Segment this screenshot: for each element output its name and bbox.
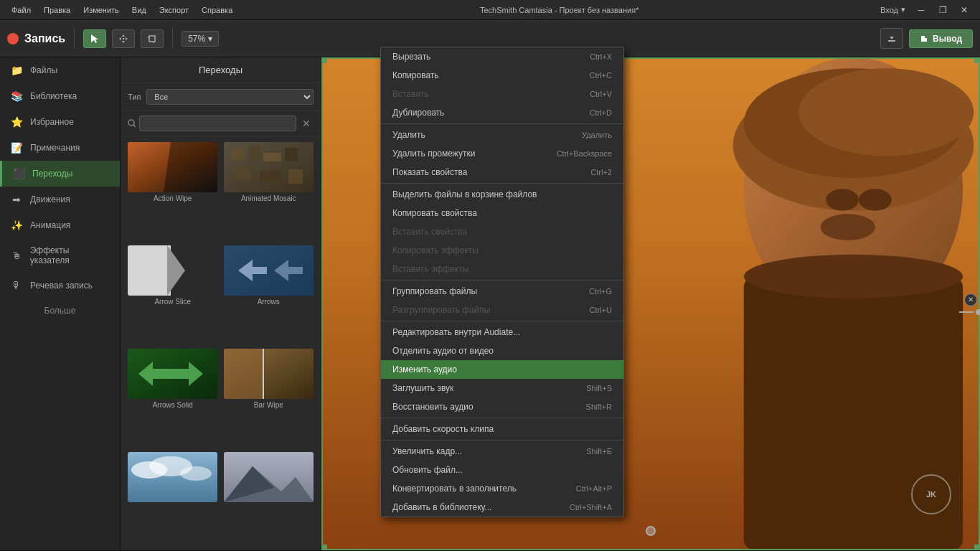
ctx-enlarge-frame[interactable]: Увеличить кадр... Shift+E	[381, 442, 623, 461]
transition-item-arrows[interactable]: Arrows	[222, 245, 316, 346]
type-select[interactable]: Все	[146, 89, 314, 105]
transition-item-arrows-solid[interactable]: Arrows Solid	[126, 349, 220, 449]
menu-export[interactable]: Экспорт	[154, 4, 194, 16]
ctx-copy-label: Копировать	[392, 70, 439, 80]
favorites-icon: ⭐	[10, 116, 23, 128]
transition-item-bar-wipe[interactable]: Bar Wipe	[222, 349, 316, 449]
ctx-select-bin[interactable]: Выделить файлы в корзине файлов	[381, 185, 623, 204]
sidebar-label-favorites: Избранное	[30, 117, 74, 127]
menu-change[interactable]: Изменить	[77, 4, 125, 16]
context-menu: Вырезать Ctrl+X Копировать Ctrl+C Встави…	[380, 47, 624, 517]
ctx-edit-audio[interactable]: Изменить аудио	[381, 360, 623, 379]
ctx-sep1	[381, 123, 623, 124]
ctx-sep6	[381, 440, 623, 441]
transition-item-action-wipe[interactable]: Action Wipe	[126, 142, 220, 242]
transitions-panel: Переходы Тип Все ✕ Action Wipe	[121, 57, 321, 550]
ctx-delete-gaps[interactable]: Удалить промежутки Ctrl+Backspace	[381, 144, 623, 163]
ctx-restore-audio[interactable]: Восстановить аудио Shift+R	[381, 397, 623, 416]
transitions-icon: ⬛	[12, 168, 25, 179]
minimize-button[interactable]: ─	[911, 2, 931, 18]
ctx-delete-shortcut: Удалить	[582, 131, 612, 139]
sidebar-label-files: Файлы	[30, 65, 57, 75]
separator2	[172, 28, 173, 50]
maximize-button[interactable]: ❐	[933, 2, 953, 18]
handle-bl[interactable]	[321, 545, 327, 550]
left-sidebar: 📁 Файлы 📚 Библиотека ⭐ Избранное 📝 Приме…	[0, 57, 121, 550]
sidebar-item-animation[interactable]: ✨ Анимация	[0, 212, 120, 238]
ctx-add-speed[interactable]: Добавить скорость клипа	[381, 420, 623, 438]
ctx-show-props-shortcut: Ctrl+2	[590, 168, 612, 176]
ctx-group[interactable]: Группировать файлы Ctrl+G	[381, 282, 623, 301]
ctx-paste-effects-label: Вставить эффекты	[392, 264, 468, 274]
titlebar: Файл Правка Изменить Вид Экспорт Справка…	[0, 0, 980, 20]
ctx-convert-placeholder-shortcut: Ctrl+Alt+P	[576, 484, 612, 493]
record-indicator	[7, 33, 19, 44]
ctx-mute[interactable]: Заглушить звук Shift+S	[381, 379, 623, 397]
ctx-edit-audio-label: Изменить аудио	[392, 364, 457, 375]
sidebar-label-movements: Движения	[30, 194, 70, 204]
ctx-update-file-label: Обновить файл...	[392, 465, 463, 475]
record-label[interactable]: Запись	[24, 32, 65, 45]
transition-item-generic1[interactable]	[126, 452, 220, 545]
ctx-convert-placeholder[interactable]: Конвертировать в заполнитель Ctrl+Alt+P	[381, 479, 623, 498]
ctx-cut[interactable]: Вырезать Ctrl+X	[381, 47, 623, 66]
close-button[interactable]: ✕	[954, 2, 974, 18]
zoom-control[interactable]: 57% ▾	[182, 31, 219, 47]
user-login[interactable]: Вход	[880, 6, 898, 14]
search-input[interactable]	[139, 116, 296, 131]
close-handle[interactable]: ✕	[964, 293, 977, 306]
ctx-paste-props: Вставить свойства	[381, 222, 623, 241]
ctx-delete[interactable]: Удалить Удалить	[381, 126, 623, 144]
export-button[interactable]: Вывод	[909, 29, 973, 48]
ctx-copy[interactable]: Копировать Ctrl+C	[381, 66, 623, 85]
transition-thumb-arrow-slice	[128, 245, 217, 296]
ctx-sep3	[381, 280, 623, 281]
menu-edit[interactable]: Правка	[38, 4, 76, 16]
handle-tr[interactable]	[974, 57, 980, 63]
ctx-delete-label: Удалить	[392, 130, 425, 140]
ctx-edit-audiate-label: Редактировать внутри Audiate...	[392, 327, 520, 337]
ctx-update-file[interactable]: Обновить файл...	[381, 461, 623, 479]
search-clear-button[interactable]: ✕	[299, 118, 314, 129]
ctx-restore-audio-shortcut: Shift+R	[586, 402, 612, 411]
ctx-add-library[interactable]: Добавить в библиотеку... Ctrl+Shift+A	[381, 498, 623, 517]
sidebar-item-movements[interactable]: ➡ Движения	[0, 187, 120, 212]
handle-br[interactable]	[974, 545, 980, 550]
ctx-show-props[interactable]: Показать свойства Ctrl+2	[381, 163, 623, 182]
transition-item-arrow-slice[interactable]: Arrow Slice	[126, 245, 220, 346]
transition-name-arrow-slice: Arrow Slice	[154, 296, 191, 308]
sidebar-item-notes[interactable]: 📝 Примечания	[0, 135, 120, 161]
menu-view[interactable]: Вид	[126, 4, 152, 16]
svg-rect-11	[285, 148, 298, 161]
select-tool[interactable]	[83, 29, 106, 48]
ctx-convert-placeholder-label: Конвертировать в заполнитель	[392, 484, 517, 494]
handle-tl[interactable]	[321, 57, 327, 63]
ctx-enlarge-frame-label: Увеличить кадр...	[392, 446, 462, 456]
move-tool[interactable]	[112, 29, 135, 48]
transition-item-animated-mosaic[interactable]: Animated Mosaic	[222, 142, 316, 242]
crop-tool[interactable]	[141, 29, 164, 48]
menu-help[interactable]: Справка	[196, 4, 238, 16]
ctx-detach-audio[interactable]: Отделить аудио от видео	[381, 342, 623, 360]
download-button[interactable]	[880, 28, 903, 49]
sidebar-label-speech: Речевая запись	[30, 281, 93, 291]
connector-line	[959, 309, 980, 315]
ctx-enlarge-frame-shortcut: Shift+E	[586, 447, 612, 456]
sidebar-item-transitions[interactable]: ⬛ Переходы	[0, 161, 120, 187]
ctx-mute-shortcut: Shift+S	[586, 384, 612, 392]
panel-title: Переходы	[121, 57, 321, 83]
files-icon: 📁	[10, 65, 23, 76]
menu-file[interactable]: Файл	[6, 4, 37, 16]
sidebar-item-library[interactable]: 📚 Библиотека	[0, 83, 120, 109]
ctx-duplicate[interactable]: Дублировать Ctrl+D	[381, 103, 623, 122]
sidebar-item-cursor[interactable]: 🖱 Эффекты указателя	[0, 238, 120, 273]
sidebar-more[interactable]: Больше	[0, 298, 120, 323]
zoom-value: 57%	[188, 34, 205, 44]
transition-thumb-arrows-solid	[128, 349, 217, 399]
sidebar-item-speech[interactable]: 🎙 Речевая запись	[0, 273, 120, 298]
sidebar-item-files[interactable]: 📁 Файлы	[0, 57, 120, 83]
transition-item-generic2[interactable]	[222, 452, 316, 545]
ctx-copy-props[interactable]: Копировать свойства	[381, 204, 623, 222]
sidebar-item-favorites[interactable]: ⭐ Избранное	[0, 109, 120, 135]
ctx-edit-audiate[interactable]: Редактировать внутри Audiate...	[381, 323, 623, 342]
